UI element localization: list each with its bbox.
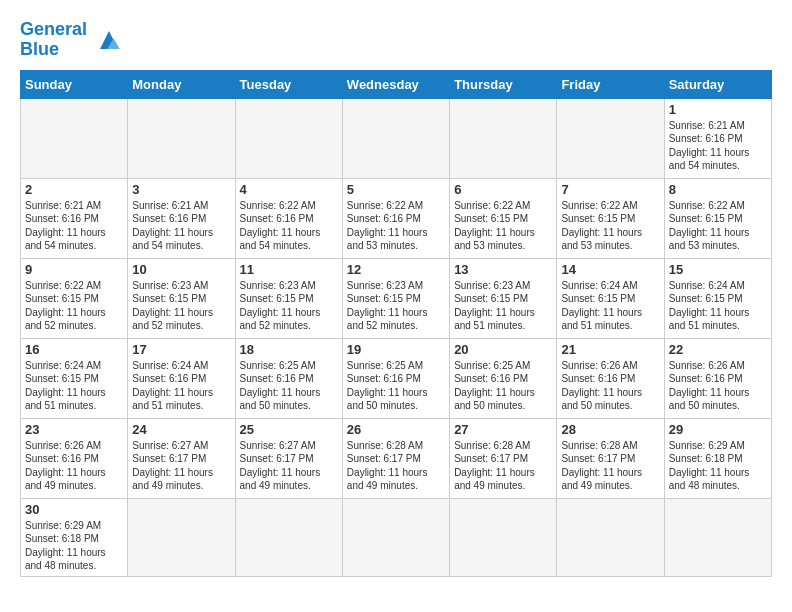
day-number: 14 <box>561 262 659 277</box>
calendar-cell: 1Sunrise: 6:21 AM Sunset: 6:16 PM Daylig… <box>664 98 771 178</box>
day-info: Sunrise: 6:23 AM Sunset: 6:15 PM Dayligh… <box>240 279 338 333</box>
day-number: 15 <box>669 262 767 277</box>
calendar-cell: 8Sunrise: 6:22 AM Sunset: 6:15 PM Daylig… <box>664 178 771 258</box>
day-number: 11 <box>240 262 338 277</box>
day-number: 2 <box>25 182 123 197</box>
calendar-weekday-monday: Monday <box>128 70 235 98</box>
day-info: Sunrise: 6:28 AM Sunset: 6:17 PM Dayligh… <box>454 439 552 493</box>
calendar-cell: 22Sunrise: 6:26 AM Sunset: 6:16 PM Dayli… <box>664 338 771 418</box>
calendar-cell <box>557 98 664 178</box>
calendar-cell: 10Sunrise: 6:23 AM Sunset: 6:15 PM Dayli… <box>128 258 235 338</box>
calendar-week-row: 1Sunrise: 6:21 AM Sunset: 6:16 PM Daylig… <box>21 98 772 178</box>
logo-icon <box>91 22 127 58</box>
calendar-cell: 20Sunrise: 6:25 AM Sunset: 6:16 PM Dayli… <box>450 338 557 418</box>
day-info: Sunrise: 6:24 AM Sunset: 6:15 PM Dayligh… <box>561 279 659 333</box>
day-number: 4 <box>240 182 338 197</box>
calendar-cell <box>235 498 342 576</box>
logo-blue: Blue <box>20 39 59 59</box>
calendar-cell: 7Sunrise: 6:22 AM Sunset: 6:15 PM Daylig… <box>557 178 664 258</box>
calendar-cell: 14Sunrise: 6:24 AM Sunset: 6:15 PM Dayli… <box>557 258 664 338</box>
calendar-cell: 19Sunrise: 6:25 AM Sunset: 6:16 PM Dayli… <box>342 338 449 418</box>
day-number: 5 <box>347 182 445 197</box>
calendar-cell: 24Sunrise: 6:27 AM Sunset: 6:17 PM Dayli… <box>128 418 235 498</box>
day-number: 28 <box>561 422 659 437</box>
calendar-cell <box>664 498 771 576</box>
logo: General Blue <box>20 20 127 60</box>
calendar-cell: 26Sunrise: 6:28 AM Sunset: 6:17 PM Dayli… <box>342 418 449 498</box>
day-info: Sunrise: 6:25 AM Sunset: 6:16 PM Dayligh… <box>240 359 338 413</box>
calendar-cell <box>235 98 342 178</box>
day-info: Sunrise: 6:28 AM Sunset: 6:17 PM Dayligh… <box>347 439 445 493</box>
day-number: 23 <box>25 422 123 437</box>
day-info: Sunrise: 6:29 AM Sunset: 6:18 PM Dayligh… <box>669 439 767 493</box>
calendar-cell: 17Sunrise: 6:24 AM Sunset: 6:16 PM Dayli… <box>128 338 235 418</box>
day-number: 7 <box>561 182 659 197</box>
calendar-cell: 11Sunrise: 6:23 AM Sunset: 6:15 PM Dayli… <box>235 258 342 338</box>
day-info: Sunrise: 6:28 AM Sunset: 6:17 PM Dayligh… <box>561 439 659 493</box>
day-info: Sunrise: 6:26 AM Sunset: 6:16 PM Dayligh… <box>561 359 659 413</box>
day-number: 26 <box>347 422 445 437</box>
calendar-cell: 4Sunrise: 6:22 AM Sunset: 6:16 PM Daylig… <box>235 178 342 258</box>
calendar-header-row: SundayMondayTuesdayWednesdayThursdayFrid… <box>21 70 772 98</box>
day-number: 8 <box>669 182 767 197</box>
day-info: Sunrise: 6:25 AM Sunset: 6:16 PM Dayligh… <box>454 359 552 413</box>
day-number: 10 <box>132 262 230 277</box>
day-info: Sunrise: 6:23 AM Sunset: 6:15 PM Dayligh… <box>454 279 552 333</box>
calendar-weekday-friday: Friday <box>557 70 664 98</box>
day-info: Sunrise: 6:24 AM Sunset: 6:15 PM Dayligh… <box>669 279 767 333</box>
calendar-cell <box>450 98 557 178</box>
day-info: Sunrise: 6:24 AM Sunset: 6:16 PM Dayligh… <box>132 359 230 413</box>
day-number: 6 <box>454 182 552 197</box>
day-number: 17 <box>132 342 230 357</box>
calendar-week-row: 30Sunrise: 6:29 AM Sunset: 6:18 PM Dayli… <box>21 498 772 576</box>
calendar-week-row: 23Sunrise: 6:26 AM Sunset: 6:16 PM Dayli… <box>21 418 772 498</box>
calendar-cell <box>21 98 128 178</box>
calendar-week-row: 16Sunrise: 6:24 AM Sunset: 6:15 PM Dayli… <box>21 338 772 418</box>
calendar-cell: 13Sunrise: 6:23 AM Sunset: 6:15 PM Dayli… <box>450 258 557 338</box>
day-info: Sunrise: 6:29 AM Sunset: 6:18 PM Dayligh… <box>25 519 123 573</box>
day-info: Sunrise: 6:24 AM Sunset: 6:15 PM Dayligh… <box>25 359 123 413</box>
calendar-cell: 12Sunrise: 6:23 AM Sunset: 6:15 PM Dayli… <box>342 258 449 338</box>
day-number: 12 <box>347 262 445 277</box>
day-info: Sunrise: 6:25 AM Sunset: 6:16 PM Dayligh… <box>347 359 445 413</box>
day-info: Sunrise: 6:21 AM Sunset: 6:16 PM Dayligh… <box>132 199 230 253</box>
day-number: 22 <box>669 342 767 357</box>
calendar-cell: 21Sunrise: 6:26 AM Sunset: 6:16 PM Dayli… <box>557 338 664 418</box>
calendar-week-row: 9Sunrise: 6:22 AM Sunset: 6:15 PM Daylig… <box>21 258 772 338</box>
day-number: 3 <box>132 182 230 197</box>
calendar-cell: 25Sunrise: 6:27 AM Sunset: 6:17 PM Dayli… <box>235 418 342 498</box>
day-info: Sunrise: 6:22 AM Sunset: 6:15 PM Dayligh… <box>25 279 123 333</box>
calendar-cell: 6Sunrise: 6:22 AM Sunset: 6:15 PM Daylig… <box>450 178 557 258</box>
calendar-cell: 29Sunrise: 6:29 AM Sunset: 6:18 PM Dayli… <box>664 418 771 498</box>
day-number: 18 <box>240 342 338 357</box>
calendar-week-row: 2Sunrise: 6:21 AM Sunset: 6:16 PM Daylig… <box>21 178 772 258</box>
day-info: Sunrise: 6:23 AM Sunset: 6:15 PM Dayligh… <box>132 279 230 333</box>
day-number: 29 <box>669 422 767 437</box>
calendar-cell <box>557 498 664 576</box>
calendar-cell <box>128 98 235 178</box>
day-number: 13 <box>454 262 552 277</box>
day-info: Sunrise: 6:26 AM Sunset: 6:16 PM Dayligh… <box>669 359 767 413</box>
day-info: Sunrise: 6:22 AM Sunset: 6:15 PM Dayligh… <box>669 199 767 253</box>
calendar-cell: 5Sunrise: 6:22 AM Sunset: 6:16 PM Daylig… <box>342 178 449 258</box>
day-number: 27 <box>454 422 552 437</box>
calendar-cell: 27Sunrise: 6:28 AM Sunset: 6:17 PM Dayli… <box>450 418 557 498</box>
day-info: Sunrise: 6:27 AM Sunset: 6:17 PM Dayligh… <box>240 439 338 493</box>
calendar-cell: 18Sunrise: 6:25 AM Sunset: 6:16 PM Dayli… <box>235 338 342 418</box>
day-info: Sunrise: 6:22 AM Sunset: 6:15 PM Dayligh… <box>454 199 552 253</box>
day-info: Sunrise: 6:22 AM Sunset: 6:16 PM Dayligh… <box>347 199 445 253</box>
calendar-table: SundayMondayTuesdayWednesdayThursdayFrid… <box>20 70 772 577</box>
calendar-weekday-saturday: Saturday <box>664 70 771 98</box>
calendar-cell: 23Sunrise: 6:26 AM Sunset: 6:16 PM Dayli… <box>21 418 128 498</box>
day-info: Sunrise: 6:21 AM Sunset: 6:16 PM Dayligh… <box>669 119 767 173</box>
day-number: 21 <box>561 342 659 357</box>
day-number: 30 <box>25 502 123 517</box>
calendar-weekday-sunday: Sunday <box>21 70 128 98</box>
logo-text: General Blue <box>20 20 87 60</box>
day-info: Sunrise: 6:22 AM Sunset: 6:15 PM Dayligh… <box>561 199 659 253</box>
day-number: 19 <box>347 342 445 357</box>
day-number: 24 <box>132 422 230 437</box>
day-info: Sunrise: 6:26 AM Sunset: 6:16 PM Dayligh… <box>25 439 123 493</box>
calendar-weekday-thursday: Thursday <box>450 70 557 98</box>
day-info: Sunrise: 6:22 AM Sunset: 6:16 PM Dayligh… <box>240 199 338 253</box>
